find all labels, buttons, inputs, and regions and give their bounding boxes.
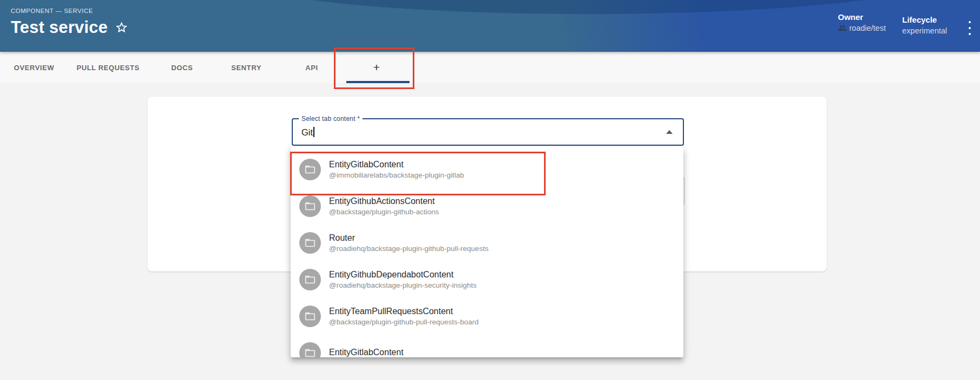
option-entity-gitlab-content[interactable]: EntityGitlabContent @immobiliarelabs/bac… [291, 151, 683, 188]
option-subtitle: @roadiehq/backstage-plugin-github-pull-r… [329, 245, 488, 253]
option-subtitle: @backstage/plugin-github-pull-requests-b… [329, 318, 479, 327]
option-subtitle: @immobiliarelabs/backstage-plugin-gitlab [329, 171, 464, 180]
folder-avatar-icon [299, 342, 321, 357]
option-entity-team-pull-requests-content[interactable]: EntityTeamPullRequestsContent @backstage… [291, 298, 683, 335]
favorite-star-icon[interactable] [115, 21, 128, 34]
folder-avatar-icon [299, 306, 321, 327]
lifecycle-block: Lifecycle experimental [902, 15, 947, 35]
owner-value-link[interactable]: roadie/test [849, 24, 886, 32]
folder-avatar-icon [299, 159, 321, 180]
select-input-value[interactable]: Git [301, 127, 313, 137]
option-title: EntityGitlabContent [329, 347, 404, 357]
more-options-kebab-icon[interactable] [965, 21, 975, 35]
page-title: Test service [11, 18, 108, 37]
option-entity-gitlab-content-2[interactable]: EntityGitlabContent [291, 335, 683, 357]
option-title: Router [329, 233, 488, 243]
option-title: EntityGitlabContent [329, 159, 464, 169]
option-entity-github-actions-content[interactable]: EntityGithubActionsContent @backstage/pl… [291, 188, 683, 225]
option-title: EntityTeamPullRequestsContent [329, 306, 479, 316]
breadcrumb: COMPONENT — SERVICE [11, 8, 93, 14]
text-cursor [313, 127, 314, 137]
active-tab-indicator [346, 81, 410, 83]
plus-icon: + [373, 61, 380, 74]
tab-api[interactable]: API [287, 52, 336, 83]
tab-add-new[interactable]: + [336, 52, 417, 83]
option-entity-github-dependabot-content[interactable]: EntityGithubDependabotContent @roadiehq/… [291, 261, 683, 298]
select-field-label: Select tab content * [299, 115, 363, 123]
folder-avatar-icon [299, 195, 321, 217]
tab-sentry[interactable]: SENTRY [205, 52, 287, 83]
tab-docs[interactable]: DOCS [159, 52, 205, 83]
tab-pull-requests[interactable]: PULL REQUESTS [57, 52, 159, 83]
option-subtitle: @roadiehq/backstage-plugin-security-insi… [329, 281, 476, 290]
tab-overview[interactable]: OVERVIEW [11, 52, 57, 83]
option-router[interactable]: Router @roadiehq/backstage-plugin-github… [291, 225, 683, 261]
entity-page: COMPONENT — SERVICE Test service Owner r… [0, 0, 980, 380]
option-title: EntityGithubDependabotContent [329, 269, 476, 280]
entity-tabbar: OVERVIEW PULL REQUESTS DOCS SENTRY API + [0, 52, 980, 83]
lifecycle-value: experimental [902, 26, 947, 35]
owner-block: Owner roadie/test [838, 12, 886, 32]
tab-content-options-listbox: EntityGitlabContent @immobiliarelabs/bac… [291, 147, 683, 357]
select-tab-content-field[interactable]: Select tab content * Git [292, 118, 684, 146]
entity-header: COMPONENT — SERVICE Test service Owner r… [0, 0, 980, 52]
option-title: EntityGithubActionsContent [329, 196, 439, 206]
group-icon [838, 24, 847, 32]
dropdown-collapse-arrow-icon[interactable] [666, 130, 673, 134]
option-subtitle: @backstage/plugin-github-actions [329, 208, 439, 216]
owner-label: Owner [838, 12, 886, 22]
folder-avatar-icon [299, 232, 321, 254]
lifecycle-label: Lifecycle [902, 15, 947, 24]
folder-avatar-icon [299, 269, 321, 290]
